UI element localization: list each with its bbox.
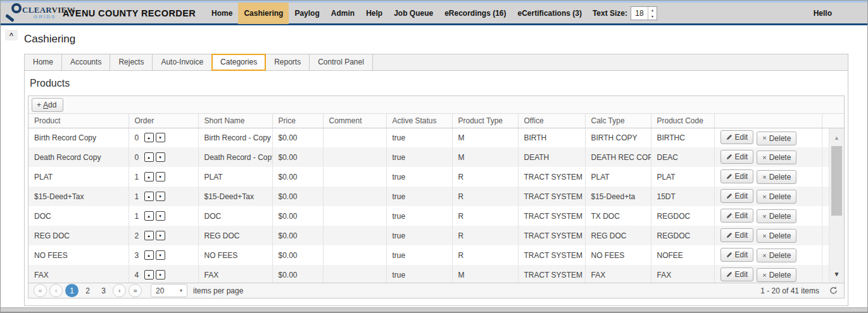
delete-button[interactable]: ×Delete [757,132,796,145]
scrollbar-thumb[interactable] [831,146,842,216]
scroll-up-icon[interactable]: ▲ [829,128,844,141]
order-up-button[interactable]: ▴ [144,152,154,162]
nav-item-erecordings-16[interactable]: eRecordings (16) [439,3,512,24]
text-size-value[interactable]: 18 [631,7,648,20]
edit-button[interactable]: Edit [720,130,754,144]
delete-button[interactable]: ×Delete [757,170,796,184]
column-header-price[interactable]: Price [272,114,323,128]
nav-item-job-queue[interactable]: Job Queue [388,3,439,24]
pager-page-2[interactable]: 2 [81,284,94,297]
edit-button[interactable]: Edit [720,209,754,223]
cell-comment [323,265,386,285]
page-size-dropdown[interactable]: 20 ▾ [151,284,187,297]
order-down-button[interactable]: ▾ [156,270,165,279]
text-size-input[interactable]: 18 ▴ ▾ [631,6,657,20]
text-size-down-icon[interactable]: ▾ [648,13,657,20]
nav-item-home[interactable]: Home [206,3,238,24]
pager-page-1[interactable]: 1 [65,284,79,297]
cell-product-type: M [452,265,518,285]
column-header-comment[interactable]: Comment [323,114,386,128]
x-icon: × [762,135,766,142]
order-up-button[interactable]: ▴ [144,270,154,279]
edit-button[interactable]: Edit [720,169,754,183]
column-header-office[interactable]: Office [518,114,585,128]
edit-button[interactable]: Edit [720,248,754,262]
app-title: AVENU COUNTY RECORDER [63,8,196,18]
nav-item-cashiering[interactable]: Cashiering [238,3,289,24]
text-size-up-icon[interactable]: ▴ [648,7,657,13]
cell-product-type: M [452,128,518,147]
delete-button[interactable]: ×Delete [757,249,796,262]
tab-accounts[interactable]: Accounts [62,54,110,70]
cell-comment [323,226,386,245]
delete-button[interactable]: ×Delete [757,190,796,204]
order-down-button[interactable]: ▾ [156,231,165,240]
column-header-filler [822,114,844,128]
cell-product: PLAT [28,167,129,187]
order-up-button[interactable]: ▴ [144,192,154,201]
tab-categories[interactable]: Categories [211,54,266,71]
tab-reports[interactable]: Reports [266,54,310,70]
add-product-button[interactable]: +Add [32,98,63,112]
cell-active-status: true [386,265,452,285]
pencil-icon [726,212,733,219]
order-value: 4 [135,271,141,279]
order-value: 2 [135,231,141,240]
order-down-button[interactable]: ▾ [156,172,165,181]
edit-button[interactable]: Edit [720,189,754,203]
nav-item-paylog[interactable]: Paylog [289,3,325,24]
order-down-button[interactable]: ▾ [156,133,165,142]
order-up-button[interactable]: ▴ [144,172,154,181]
column-header-calc-type[interactable]: Calc Type [585,114,651,128]
cell-comment [323,187,386,206]
order-down-button[interactable]: ▾ [156,211,165,221]
delete-button[interactable]: ×Delete [757,229,796,243]
tab-home[interactable]: Home [25,54,62,70]
order-up-icon: ▴ [148,214,150,219]
column-header-product-code[interactable]: Product Code [651,114,714,128]
order-up-icon: ▴ [148,253,150,258]
collapse-panel-button[interactable]: ^ [5,30,18,40]
pager-prev-button[interactable]: ‹ [49,284,63,297]
nav-item-help[interactable]: Help [360,3,388,24]
order-up-button[interactable]: ▴ [144,250,154,260]
column-header-product-type[interactable]: Product Type [452,114,518,128]
tab-control-panel[interactable]: Control Panel [310,54,373,70]
tab-rejects[interactable]: Rejects [110,54,153,70]
order-down-button[interactable]: ▾ [156,152,165,162]
pager-next-button[interactable]: › [113,284,126,297]
pager-last-button[interactable]: » [129,284,142,297]
cell-product: $15-Deed+Tax [28,187,129,206]
cell-short-name: PLAT [198,167,272,187]
edit-button[interactable]: Edit [720,150,754,164]
delete-button[interactable]: ×Delete [757,209,796,223]
cell-comment [323,128,386,147]
table-row: Birth Record Copy0▴▾Birth Record - Copy$… [28,128,844,147]
pager-page-3[interactable]: 3 [97,284,110,297]
nav-item-ecertifications-3[interactable]: eCertifications (3) [512,3,588,24]
order-up-button[interactable]: ▴ [144,133,154,142]
horizontal-scrollbar[interactable] [1,307,867,312]
refresh-button[interactable] [829,286,838,295]
table-row: NO FEES3▴▾NO FEES$0.00trueRTRACT SYSTEMN… [28,245,844,265]
cell-price: $0.00 [272,226,323,245]
delete-button[interactable]: ×Delete [757,268,796,282]
pager-first-button[interactable]: « [34,284,47,297]
edit-button-label: Edit [735,152,748,161]
tab-auto-invoice[interactable]: Auto-Invoice [153,54,212,70]
nav-item-admin[interactable]: Admin [325,3,360,24]
order-down-button[interactable]: ▾ [156,192,165,201]
delete-button[interactable]: ×Delete [757,150,796,164]
order-down-button[interactable]: ▾ [156,250,165,260]
chevron-down-icon: ▾ [180,288,182,293]
edit-button[interactable]: Edit [720,267,754,281]
order-up-button[interactable]: ▴ [144,231,154,240]
vertical-scrollbar[interactable]: ▲ ▼ [829,128,844,283]
column-header-short-name[interactable]: Short Name [198,114,272,128]
column-header-order[interactable]: Order [129,114,198,128]
scroll-down-icon[interactable]: ▼ [829,271,844,278]
order-up-button[interactable]: ▴ [144,211,154,221]
column-header-active-status[interactable]: Active Status [386,114,452,128]
edit-button[interactable]: Edit [720,228,754,242]
column-header-product[interactable]: Product [28,114,129,128]
